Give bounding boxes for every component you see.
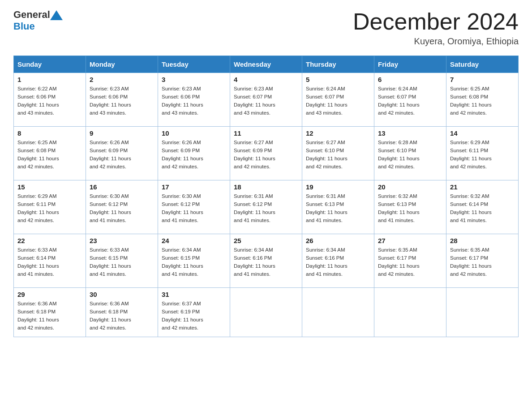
day-number: 1: [17, 76, 82, 83]
day-number: 4: [234, 76, 298, 83]
day-info: Sunrise: 6:36 AMSunset: 6:18 PMDaylight:…: [17, 300, 82, 332]
month-title: December 2024: [353, 9, 519, 34]
day-number: 10: [162, 129, 226, 137]
calendar-cell: 31Sunrise: 6:37 AMSunset: 6:19 PMDayligh…: [158, 288, 230, 337]
day-number: 28: [450, 237, 515, 244]
day-info: Sunrise: 6:23 AMSunset: 6:06 PMDaylight:…: [162, 85, 226, 117]
day-number: 30: [90, 291, 154, 298]
calendar-cell: 19Sunrise: 6:31 AMSunset: 6:13 PMDayligh…: [302, 180, 374, 234]
calendar-cell: 27Sunrise: 6:35 AMSunset: 6:17 PMDayligh…: [374, 234, 446, 288]
day-info: Sunrise: 6:25 AMSunset: 6:08 PMDaylight:…: [450, 85, 515, 117]
calendar-cell: 3Sunrise: 6:23 AMSunset: 6:06 PMDaylight…: [158, 73, 230, 127]
weekday-header-tuesday: Tuesday: [158, 56, 230, 73]
day-number: 17: [162, 183, 226, 191]
calendar-table: SundayMondayTuesdayWednesdayThursdayFrid…: [13, 56, 519, 337]
page-header: General Blue December 2024 Kuyera, Oromi…: [13, 9, 519, 47]
title-block: December 2024 Kuyera, Oromiya, Ethiopia: [353, 9, 519, 47]
day-number: 12: [306, 129, 370, 137]
day-info: Sunrise: 6:29 AMSunset: 6:11 PMDaylight:…: [450, 139, 515, 171]
day-number: 18: [234, 183, 298, 191]
day-info: Sunrise: 6:33 AMSunset: 6:15 PMDaylight:…: [90, 246, 154, 278]
calendar-cell: 14Sunrise: 6:29 AMSunset: 6:11 PMDayligh…: [446, 127, 519, 180]
logo-blue-text: Blue: [13, 21, 63, 32]
calendar-week-row: 8Sunrise: 6:25 AMSunset: 6:08 PMDaylight…: [14, 127, 519, 180]
weekday-header-wednesday: Wednesday: [230, 56, 302, 73]
calendar-cell: [230, 288, 302, 337]
day-number: 13: [378, 129, 442, 137]
calendar-cell: 28Sunrise: 6:35 AMSunset: 6:17 PMDayligh…: [446, 234, 519, 288]
day-number: 6: [378, 76, 442, 83]
day-info: Sunrise: 6:28 AMSunset: 6:10 PMDaylight:…: [378, 139, 442, 171]
calendar-week-row: 22Sunrise: 6:33 AMSunset: 6:14 PMDayligh…: [14, 234, 519, 288]
calendar-week-row: 15Sunrise: 6:29 AMSunset: 6:11 PMDayligh…: [14, 180, 519, 234]
calendar-cell: 1Sunrise: 6:22 AMSunset: 6:06 PMDaylight…: [14, 73, 86, 127]
day-number: 19: [306, 183, 370, 191]
day-number: 21: [450, 183, 515, 191]
logo-general-text: General: [13, 9, 50, 21]
day-info: Sunrise: 6:29 AMSunset: 6:11 PMDaylight:…: [17, 193, 82, 224]
day-info: Sunrise: 6:23 AMSunset: 6:07 PMDaylight:…: [234, 85, 298, 117]
day-info: Sunrise: 6:25 AMSunset: 6:08 PMDaylight:…: [17, 139, 82, 171]
day-info: Sunrise: 6:33 AMSunset: 6:14 PMDaylight:…: [17, 246, 82, 278]
day-number: 20: [378, 183, 442, 191]
svg-marker-0: [50, 10, 63, 20]
day-number: 16: [90, 183, 154, 191]
calendar-cell: 12Sunrise: 6:27 AMSunset: 6:10 PMDayligh…: [302, 127, 374, 180]
calendar-cell: 6Sunrise: 6:24 AMSunset: 6:07 PMDaylight…: [374, 73, 446, 127]
day-info: Sunrise: 6:30 AMSunset: 6:12 PMDaylight:…: [90, 193, 154, 224]
day-info: Sunrise: 6:27 AMSunset: 6:10 PMDaylight:…: [306, 139, 370, 171]
calendar-cell: 5Sunrise: 6:24 AMSunset: 6:07 PMDaylight…: [302, 73, 374, 127]
calendar-cell: 30Sunrise: 6:36 AMSunset: 6:18 PMDayligh…: [86, 288, 158, 337]
day-number: 3: [162, 76, 226, 83]
calendar-cell: 2Sunrise: 6:23 AMSunset: 6:06 PMDaylight…: [86, 73, 158, 127]
calendar-cell: 29Sunrise: 6:36 AMSunset: 6:18 PMDayligh…: [14, 288, 86, 337]
day-number: 31: [162, 291, 226, 298]
day-number: 22: [17, 237, 82, 244]
day-info: Sunrise: 6:35 AMSunset: 6:17 PMDaylight:…: [450, 246, 515, 278]
day-number: 5: [306, 76, 370, 83]
weekday-header-saturday: Saturday: [446, 56, 519, 73]
day-number: 14: [450, 129, 515, 137]
calendar-week-row: 1Sunrise: 6:22 AMSunset: 6:06 PMDaylight…: [14, 73, 519, 127]
day-info: Sunrise: 6:37 AMSunset: 6:19 PMDaylight:…: [162, 300, 226, 332]
day-info: Sunrise: 6:27 AMSunset: 6:09 PMDaylight:…: [234, 139, 298, 171]
weekday-header-friday: Friday: [374, 56, 446, 73]
day-number: 15: [17, 183, 82, 191]
day-number: 23: [90, 237, 154, 244]
day-info: Sunrise: 6:31 AMSunset: 6:13 PMDaylight:…: [306, 193, 370, 224]
day-info: Sunrise: 6:35 AMSunset: 6:17 PMDaylight:…: [378, 246, 442, 278]
day-info: Sunrise: 6:31 AMSunset: 6:12 PMDaylight:…: [234, 193, 298, 224]
day-number: 26: [306, 237, 370, 244]
day-info: Sunrise: 6:36 AMSunset: 6:18 PMDaylight:…: [90, 300, 154, 332]
day-info: Sunrise: 6:32 AMSunset: 6:13 PMDaylight:…: [378, 193, 442, 224]
day-number: 29: [17, 291, 82, 298]
day-number: 25: [234, 237, 298, 244]
calendar-cell: 11Sunrise: 6:27 AMSunset: 6:09 PMDayligh…: [230, 127, 302, 180]
day-info: Sunrise: 6:26 AMSunset: 6:09 PMDaylight:…: [162, 139, 226, 171]
day-info: Sunrise: 6:23 AMSunset: 6:06 PMDaylight:…: [90, 85, 154, 117]
logo: General Blue: [13, 9, 63, 32]
day-info: Sunrise: 6:34 AMSunset: 6:16 PMDaylight:…: [306, 246, 370, 278]
calendar-cell: 21Sunrise: 6:32 AMSunset: 6:14 PMDayligh…: [446, 180, 519, 234]
day-number: 7: [450, 76, 515, 83]
calendar-cell: 16Sunrise: 6:30 AMSunset: 6:12 PMDayligh…: [86, 180, 158, 234]
logo-icon: [50, 10, 63, 20]
calendar-cell: 18Sunrise: 6:31 AMSunset: 6:12 PMDayligh…: [230, 180, 302, 234]
day-number: 11: [234, 129, 298, 137]
calendar-cell: 23Sunrise: 6:33 AMSunset: 6:15 PMDayligh…: [86, 234, 158, 288]
calendar-cell: 15Sunrise: 6:29 AMSunset: 6:11 PMDayligh…: [14, 180, 86, 234]
day-number: 24: [162, 237, 226, 244]
day-info: Sunrise: 6:30 AMSunset: 6:12 PMDaylight:…: [162, 193, 226, 224]
calendar-cell: [374, 288, 446, 337]
calendar-cell: 22Sunrise: 6:33 AMSunset: 6:14 PMDayligh…: [14, 234, 86, 288]
day-number: 2: [90, 76, 154, 83]
weekday-header-row: SundayMondayTuesdayWednesdayThursdayFrid…: [14, 56, 519, 73]
day-info: Sunrise: 6:26 AMSunset: 6:09 PMDaylight:…: [90, 139, 154, 171]
calendar-cell: 13Sunrise: 6:28 AMSunset: 6:10 PMDayligh…: [374, 127, 446, 180]
calendar-cell: 25Sunrise: 6:34 AMSunset: 6:16 PMDayligh…: [230, 234, 302, 288]
calendar-week-row: 29Sunrise: 6:36 AMSunset: 6:18 PMDayligh…: [14, 288, 519, 337]
day-info: Sunrise: 6:34 AMSunset: 6:15 PMDaylight:…: [162, 246, 226, 278]
calendar-cell: 26Sunrise: 6:34 AMSunset: 6:16 PMDayligh…: [302, 234, 374, 288]
calendar-cell: [446, 288, 519, 337]
day-info: Sunrise: 6:24 AMSunset: 6:07 PMDaylight:…: [378, 85, 442, 117]
